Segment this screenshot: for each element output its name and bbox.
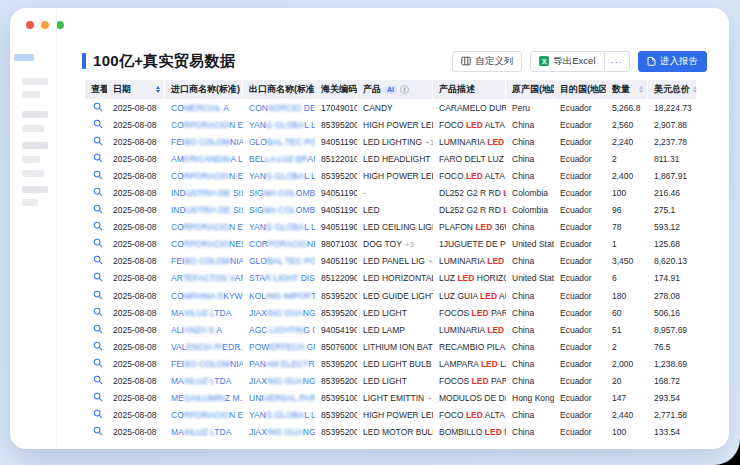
view-detail-search-icon[interactable]: [93, 307, 103, 317]
product-cell[interactable]: DOG TOY+3: [357, 239, 433, 249]
exporter-cell[interactable]: YANG GLOBAL LI...: [243, 171, 315, 181]
exporter-cell[interactable]: YANG GLOBAL LI...: [243, 410, 315, 420]
view-detail-search-icon[interactable]: [93, 221, 103, 231]
product-cell[interactable]: LED CEILING LIGHT: [357, 222, 433, 232]
view-detail-search-icon[interactable]: [93, 341, 103, 351]
view-detail-search-icon[interactable]: [93, 392, 103, 402]
table-row[interactable]: 2025-08-08 AMERICANDINA LTDA BELLA LUZ B…: [85, 150, 697, 167]
importer-cell[interactable]: VALENCIA PIEDR...: [165, 342, 243, 352]
importer-cell[interactable]: ARTEFACTOS VARA...: [165, 273, 243, 283]
view-detail-search-icon[interactable]: [93, 204, 103, 214]
exporter-cell[interactable]: CONSORCIO DEL ...: [243, 103, 315, 113]
more-actions-button[interactable]: ···: [605, 51, 631, 72]
table-row[interactable]: 2025-08-08 CORPORACION E... YANG GLOBAL …: [85, 219, 697, 236]
sidebar-item[interactable]: [22, 170, 44, 177]
exporter-cell[interactable]: GLOBAL TEC PONT ...: [243, 137, 315, 147]
export-excel-button[interactable]: X 导出Excel: [530, 51, 604, 72]
exporter-cell[interactable]: JIAXING GUANGT...: [243, 308, 315, 318]
info-icon[interactable]: i: [400, 85, 409, 94]
view-detail-search-icon[interactable]: [93, 324, 103, 334]
exporter-cell[interactable]: SIGMA COLOMB...: [243, 205, 315, 215]
sort-toggle-icon[interactable]: [156, 86, 160, 93]
view-detail-search-icon[interactable]: [93, 290, 103, 300]
importer-cell[interactable]: INDUSTRIA DE SIS...: [165, 188, 243, 198]
sort-toggle-icon[interactable]: [693, 86, 697, 93]
product-cell[interactable]: LED HEADLIGHT: [357, 154, 433, 164]
table-row[interactable]: 2025-08-08 MEGAILUMINZ M... UNIVERSAL PA…: [85, 390, 697, 407]
exporter-cell[interactable]: JIAXING GUANGT...: [243, 427, 315, 437]
importer-cell[interactable]: AMERICANDINA LTDA: [165, 154, 243, 164]
product-cell[interactable]: LED LAMP: [357, 325, 433, 335]
product-cell[interactable]: LED LIGHT BULB: [357, 359, 433, 369]
table-row[interactable]: 2025-08-08 COMPANIA SKYWI... KOLING IMPO…: [85, 287, 697, 304]
exporter-cell[interactable]: UNIVERSAL PARCEL ...: [243, 393, 315, 403]
importer-cell[interactable]: FEIBO COLOMNIA ...: [165, 137, 243, 147]
exporter-cell[interactable]: YANG GLOBAL LI...: [243, 222, 315, 232]
sidebar-item-active[interactable]: [14, 54, 34, 61]
view-detail-search-icon[interactable]: [93, 358, 103, 368]
importer-cell[interactable]: MAXILUZ LTDA: [165, 376, 243, 386]
exporter-cell[interactable]: PANAM ELECTRIC...: [243, 359, 315, 369]
product-cell[interactable]: HIGH POWER LED F: [357, 410, 433, 420]
view-detail-search-icon[interactable]: [93, 255, 103, 265]
importer-cell[interactable]: ALIANZA S.A: [165, 325, 243, 335]
table-row[interactable]: 2025-08-08 FEIBO COLOMNIA ... PANAM ELEC…: [85, 355, 697, 372]
importer-cell[interactable]: MAXILUZ LTDA: [165, 427, 243, 437]
importer-cell[interactable]: FEIBO COLOMNIA ...: [165, 256, 243, 266]
sidebar-item[interactable]: [22, 111, 48, 118]
sort-toggle-icon[interactable]: [639, 86, 643, 93]
importer-cell[interactable]: CORPORACION E...: [165, 120, 243, 130]
table-row[interactable]: 2025-08-08 FEIBO COLOMNIA ... GLOBAL TEC…: [85, 253, 697, 270]
column-header-exporter[interactable]: 出口商名称(标准): [243, 80, 315, 99]
importer-cell[interactable]: MEGAILUMINZ M...: [165, 393, 243, 403]
importer-cell[interactable]: INDUSTRIA DE SIS...: [165, 205, 243, 215]
product-cell[interactable]: -: [357, 188, 433, 198]
product-cell[interactable]: LED LIGHT: [357, 376, 433, 386]
view-detail-search-icon[interactable]: [93, 170, 103, 180]
table-row[interactable]: 2025-08-08 MAXILUZ LTDA JIAXING GUANGT..…: [85, 424, 697, 441]
exporter-cell[interactable]: BELLA LUZ BRAND...: [243, 154, 315, 164]
importer-cell[interactable]: MAXILUZ LTDA: [165, 308, 243, 318]
sidebar-item[interactable]: [22, 91, 40, 98]
table-row[interactable]: 2025-08-08 MAXILUZ LTDA JIAXING GUANGT..…: [85, 304, 697, 321]
exporter-cell[interactable]: CORPORACIONES...: [243, 239, 315, 249]
table-row[interactable]: 2025-08-08 MAXILUZ LTDA JIAXING GUANGT..…: [85, 373, 697, 390]
table-row[interactable]: 2025-08-08 CORPORACION E... YANG GLOBAL …: [85, 407, 697, 424]
column-header-usd[interactable]: 美元总价: [648, 80, 697, 99]
product-cell[interactable]: LED GUIDE LIGHT T: [357, 291, 433, 301]
exporter-cell[interactable]: AGC LIGHTING C...: [243, 325, 315, 335]
exporter-cell[interactable]: YANG GLOBAL LI...: [243, 120, 315, 130]
table-row[interactable]: 2025-08-08 CORPORACION E... YANG GLOBAL …: [85, 116, 697, 133]
sidebar-item[interactable]: [22, 186, 48, 193]
product-cell[interactable]: LED LIGHTING+1: [357, 137, 433, 147]
column-header-qty[interactable]: 数量: [606, 80, 648, 99]
table-row[interactable]: 2025-08-08 FEIBO COLOMNIA ... GLOBAL TEC…: [85, 133, 697, 150]
exporter-cell[interactable]: SIGMA COLOMB...: [243, 188, 315, 198]
table-row[interactable]: 2025-08-08 INDUSTRIA DE SIS... SIGMA COL…: [85, 184, 697, 201]
importer-cell[interactable]: CORPORACION E...: [165, 410, 243, 420]
product-cell[interactable]: LED PANEL LIG+1: [357, 256, 433, 266]
sidebar-item[interactable]: [22, 199, 38, 206]
importer-cell[interactable]: COMPANIA SKYWI...: [165, 291, 243, 301]
importer-cell[interactable]: CORPORACION E...: [165, 222, 243, 232]
importer-cell[interactable]: CORPORACION E...: [165, 171, 243, 181]
table-row[interactable]: 2025-08-08 VALENCIA PIEDR... POWERTECH G…: [85, 338, 697, 355]
exporter-cell[interactable]: POWERTECH GR...: [243, 342, 315, 352]
view-detail-search-icon[interactable]: [93, 187, 103, 197]
view-detail-search-icon[interactable]: [93, 136, 103, 146]
view-detail-search-icon[interactable]: [93, 119, 103, 129]
product-cell[interactable]: LIGHT EMITTIN+1: [357, 393, 433, 403]
view-detail-search-icon[interactable]: [93, 102, 103, 112]
product-cell[interactable]: HIGH POWER LED F: [357, 120, 433, 130]
view-detail-search-icon[interactable]: [93, 409, 103, 419]
table-row[interactable]: 2025-08-08 CORPORACION E... YANG GLOBAL …: [85, 167, 697, 184]
sidebar-item[interactable]: [22, 78, 48, 85]
table-row[interactable]: 2025-08-08 ALIANZA S.A AGC LIGHTING C...…: [85, 321, 697, 338]
view-detail-search-icon[interactable]: [93, 153, 103, 163]
product-cell[interactable]: LED LIGHT: [357, 308, 433, 318]
exporter-cell[interactable]: KOLING IMPORTS: [243, 291, 315, 301]
enter-report-button[interactable]: 进入报告: [638, 51, 707, 72]
sidebar-item[interactable]: [22, 125, 44, 132]
sidebar-item[interactable]: [22, 142, 48, 149]
product-cell[interactable]: HIGH POWER LED F: [357, 171, 433, 181]
